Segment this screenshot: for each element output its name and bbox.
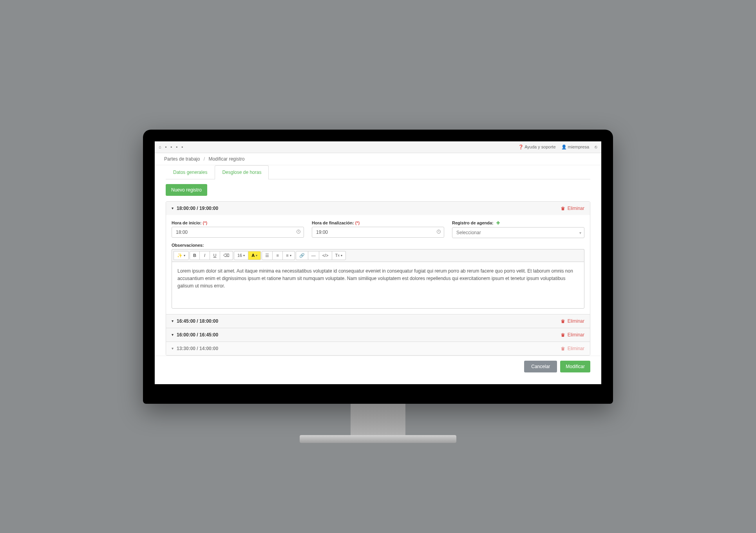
tab-breakdown[interactable]: Desglose de horas bbox=[215, 165, 269, 179]
plus-icon[interactable]: ✚ bbox=[496, 220, 500, 225]
delete-button[interactable]: Eliminar bbox=[561, 206, 584, 211]
fontcolor-button[interactable]: A bbox=[248, 251, 261, 260]
caret-down-icon: ▾ bbox=[172, 332, 174, 337]
underline-button[interactable]: U bbox=[210, 251, 220, 260]
link-button[interactable]: 🔗 bbox=[296, 251, 308, 260]
new-record-button[interactable]: Nuevo registro bbox=[166, 184, 207, 196]
cancel-button[interactable]: Cancelar bbox=[524, 361, 557, 372]
start-time-input[interactable] bbox=[172, 227, 304, 238]
tab-general[interactable]: Datos generales bbox=[166, 165, 215, 179]
logout-icon[interactable]: ⎋ bbox=[595, 145, 597, 149]
panel-title: 18:00:00 / 19:00:00 bbox=[177, 206, 218, 211]
time-panel: ▾ 16:00:00 / 16:45:00 Eliminar bbox=[166, 328, 590, 342]
agenda-select[interactable] bbox=[452, 227, 584, 238]
eraser-button[interactable]: ⌫ bbox=[220, 251, 233, 260]
panel-title: 16:45:00 / 18:00:00 bbox=[177, 318, 218, 324]
ul-button[interactable]: ☰ bbox=[262, 251, 273, 260]
align-button[interactable]: ≡ bbox=[283, 251, 295, 260]
end-time-input[interactable] bbox=[312, 227, 444, 238]
italic-button[interactable]: I bbox=[200, 251, 210, 260]
breadcrumb-separator: / bbox=[204, 156, 205, 162]
observations-editor[interactable]: Lorem ipsum dolor sit amet. Aut itaque m… bbox=[172, 262, 584, 309]
trash-icon bbox=[561, 319, 565, 323]
delete-button[interactable]: Eliminar bbox=[561, 346, 584, 351]
delete-button[interactable]: Eliminar bbox=[561, 332, 584, 338]
panel-title: 13:30:00 / 14:00:00 bbox=[177, 346, 218, 351]
time-panel: ▾ 18:00:00 / 19:00:00 Eliminar Hora de i… bbox=[166, 202, 590, 314]
home-icon[interactable]: ⌂ bbox=[159, 145, 161, 149]
magic-icon[interactable]: ✨ bbox=[174, 251, 189, 260]
time-panel: ▾ 16:45:00 / 18:00:00 Eliminar bbox=[166, 314, 590, 328]
modal-footer: Cancelar Modificar bbox=[155, 356, 601, 377]
end-time-label: Hora de finalización: (*) bbox=[312, 220, 444, 225]
clock-icon[interactable] bbox=[296, 229, 301, 235]
toolbar-icon[interactable]: ▪ bbox=[165, 145, 167, 149]
breadcrumb: Partes de trabajo / Modificar registro bbox=[155, 153, 601, 165]
bold-button[interactable]: B bbox=[190, 251, 200, 260]
fontsize-button[interactable]: 16 bbox=[234, 251, 248, 260]
start-time-label: Hora de inicio: (*) bbox=[172, 220, 304, 225]
company-link[interactable]: 👤 miempresa bbox=[561, 145, 589, 150]
panel-header[interactable]: ▾ 13:30:00 / 14:00:00 Eliminar bbox=[166, 342, 590, 355]
help-link[interactable]: ❓ Ayuda y soporte bbox=[518, 145, 556, 150]
trash-icon bbox=[561, 346, 565, 351]
modify-button[interactable]: Modificar bbox=[560, 361, 590, 372]
panel-header[interactable]: ▾ 16:45:00 / 18:00:00 Eliminar bbox=[166, 314, 590, 328]
app-toolbar: ⌂ ▪ ▪ ▪ ▪ ❓ Ayuda y soporte 👤 miempresa … bbox=[155, 141, 601, 153]
caret-down-icon: ▾ bbox=[172, 206, 174, 210]
delete-button[interactable]: Eliminar bbox=[561, 318, 584, 324]
agenda-label: Registro de agenda: ✚ bbox=[452, 220, 584, 226]
trash-icon bbox=[561, 206, 565, 211]
toolbar-icon[interactable]: ▪ bbox=[171, 145, 172, 149]
time-panel: ▾ 13:30:00 / 14:00:00 Eliminar bbox=[166, 342, 590, 355]
time-panels: ▾ 18:00:00 / 19:00:00 Eliminar Hora de i… bbox=[166, 201, 590, 356]
clear-format-button[interactable]: Tx bbox=[332, 251, 346, 260]
trash-icon bbox=[561, 332, 565, 337]
panel-title: 16:00:00 / 16:45:00 bbox=[177, 332, 218, 338]
tab-bar: Datos generales Desglose de horas bbox=[166, 165, 590, 179]
ol-button[interactable]: ≡ bbox=[273, 251, 283, 260]
clock-icon[interactable] bbox=[436, 229, 441, 235]
code-button[interactable]: </> bbox=[319, 251, 332, 260]
toolbar-icon[interactable]: ▪ bbox=[181, 145, 183, 149]
caret-down-icon: ▾ bbox=[172, 346, 174, 351]
hr-button[interactable]: — bbox=[308, 251, 319, 260]
editor-toolbar: ✨ B I U ⌫ 16 A bbox=[172, 249, 584, 262]
breadcrumb-current: Modificar registro bbox=[208, 156, 244, 162]
toolbar-icon[interactable]: ▪ bbox=[176, 145, 177, 149]
panel-header[interactable]: ▾ 18:00:00 / 19:00:00 Eliminar bbox=[166, 202, 590, 215]
observations-label: Observaciones: bbox=[172, 243, 584, 248]
caret-down-icon: ▾ bbox=[172, 319, 174, 323]
panel-header[interactable]: ▾ 16:00:00 / 16:45:00 Eliminar bbox=[166, 328, 590, 341]
breadcrumb-parent[interactable]: Partes de trabajo bbox=[164, 156, 200, 162]
